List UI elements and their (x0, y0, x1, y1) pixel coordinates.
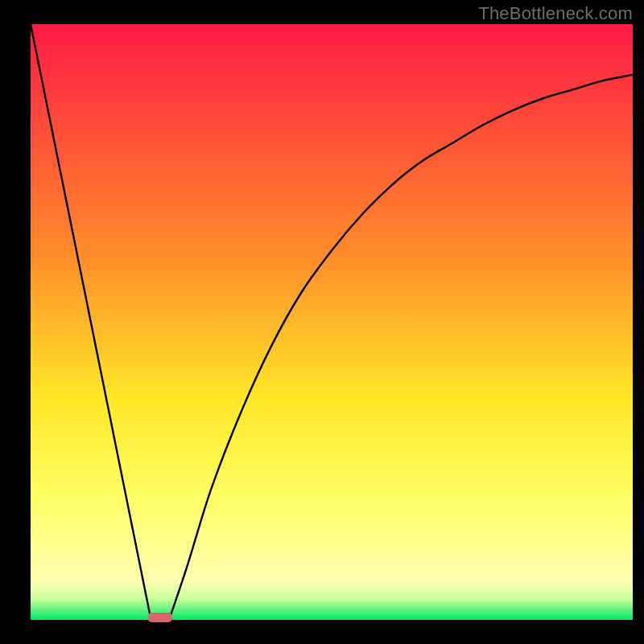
chart-canvas: TheBottleneck.com (0, 0, 644, 644)
plot-area (31, 24, 633, 620)
valley-marker (148, 613, 172, 622)
watermark-text: TheBottleneck.com (478, 3, 633, 24)
chart-svg (0, 0, 644, 644)
